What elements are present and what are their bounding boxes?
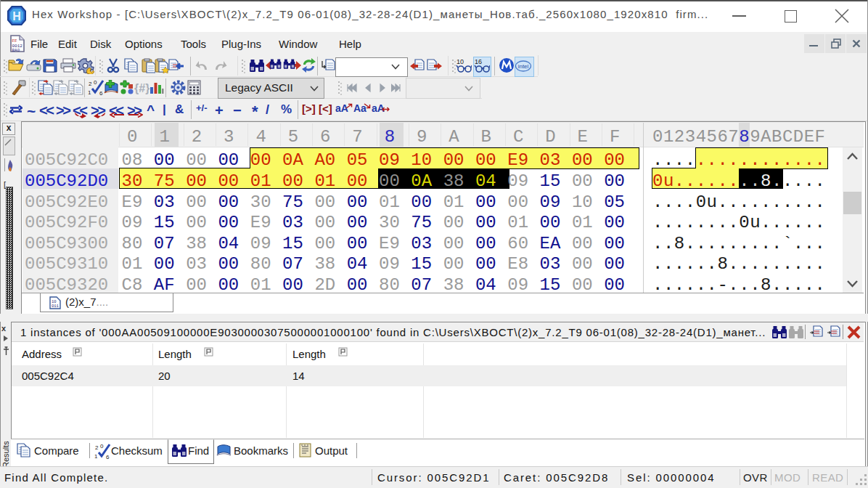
svg-text:0: 0 <box>100 443 104 450</box>
svg-text:{#}: {#} <box>134 82 150 94</box>
svg-text:intel: intel <box>518 63 529 70</box>
svg-text:1: 1 <box>88 89 91 95</box>
svg-text:6: 6 <box>106 454 110 459</box>
svg-text:1: 1 <box>94 453 98 459</box>
svg-text:BA0: BA0 <box>12 48 20 53</box>
svg-text:Results: Results <box>1 441 10 468</box>
svg-text:H: H <box>12 10 21 23</box>
svg-text:2: 2 <box>95 444 99 451</box>
svg-text:16: 16 <box>475 58 482 65</box>
svg-text:10: 10 <box>456 58 464 65</box>
svg-text:0: 0 <box>94 79 97 86</box>
svg-text:011: 011 <box>52 304 60 309</box>
svg-text:2: 2 <box>89 81 92 87</box>
